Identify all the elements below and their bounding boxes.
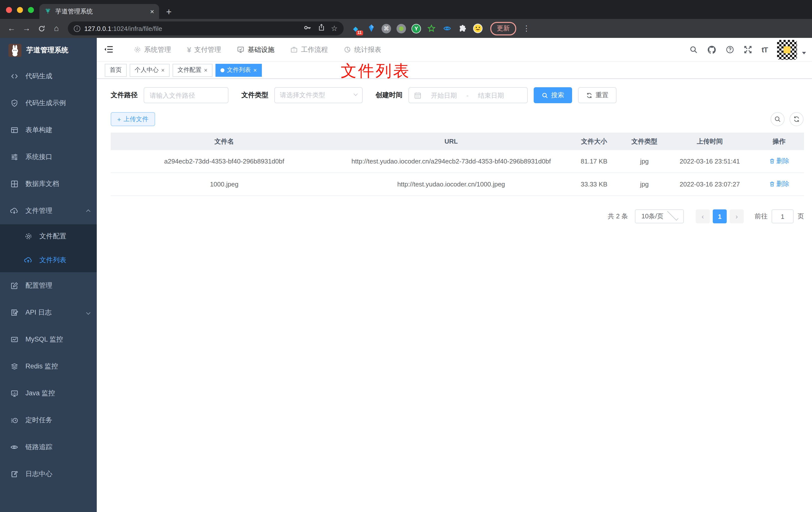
window-minimize-button[interactable] <box>17 7 23 13</box>
tag-home[interactable]: 首页 <box>105 64 127 77</box>
timer-icon <box>10 416 19 424</box>
sidebar-logo[interactable]: 芋道管理系统 <box>0 38 97 63</box>
sidebar-item-api-log[interactable]: API 日志 <box>0 299 97 326</box>
cell-size: 33.33 KB <box>564 173 624 196</box>
close-icon[interactable]: × <box>253 66 257 73</box>
sidebar-item-redis[interactable]: Redis 监控 <box>0 353 97 380</box>
col-header-url: URL <box>338 132 564 150</box>
sidebar-item-trace[interactable]: 链路追踪 <box>0 434 97 461</box>
sidebar-item-db-doc[interactable]: 数据库文档 <box>0 171 97 198</box>
extensions-puzzle-icon[interactable] <box>457 24 467 33</box>
search-icon[interactable] <box>689 46 698 54</box>
search-button[interactable]: 搜索 <box>534 87 572 103</box>
info-icon[interactable]: i <box>74 25 80 32</box>
sidebar-item-system-api[interactable]: 系统接口 <box>0 144 97 171</box>
show-search-icon[interactable] <box>771 112 785 126</box>
reset-button[interactable]: 重置 <box>578 87 616 103</box>
cell-type: jpg <box>624 150 665 173</box>
sidebar-item-file-config[interactable]: 文件配置 <box>0 224 97 248</box>
sidebar-item-file-manage[interactable]: 文件管理 <box>0 198 97 224</box>
window-close-button[interactable] <box>6 7 12 13</box>
tag-file-list[interactable]: 文件列表 × <box>215 64 262 77</box>
goto-page-input[interactable] <box>772 210 793 223</box>
page-number-active[interactable]: 1 <box>713 210 727 223</box>
prev-page-button[interactable]: ‹ <box>696 210 710 223</box>
file-path-input[interactable] <box>144 87 228 103</box>
browser-tabstrip: 芋道管理系统 × + <box>0 0 812 19</box>
start-date-input[interactable] <box>425 91 463 99</box>
caret-down-icon[interactable] <box>802 52 806 54</box>
sidebar-item-code-gen[interactable]: 代码生成 <box>0 63 97 90</box>
password-key-icon[interactable] <box>303 23 312 34</box>
total-count: 共 2 条 <box>608 212 628 221</box>
sidebar-item-mysql[interactable]: MySQL 监控 <box>0 326 97 353</box>
tag-file-config[interactable]: 文件配置 × <box>173 64 212 77</box>
monitor-icon <box>10 389 19 398</box>
top-menu-infra[interactable]: 基础设施 <box>231 38 281 62</box>
next-page-button[interactable]: › <box>730 210 744 223</box>
font-size-icon[interactable]: tT <box>762 46 767 54</box>
extension-pin-icon[interactable] <box>366 24 376 33</box>
sidebar-item-log-center[interactable]: 日志中心 <box>0 461 97 488</box>
forward-icon[interactable]: → <box>20 22 33 35</box>
extension-dot-icon[interactable] <box>397 24 406 33</box>
github-icon[interactable] <box>707 45 716 54</box>
browser-tab[interactable]: 芋道管理系统 × <box>39 4 159 19</box>
chevron-down-icon <box>86 310 90 315</box>
delete-button[interactable]: 删除 <box>769 155 789 166</box>
close-icon[interactable]: × <box>161 66 165 73</box>
table-tools <box>771 112 804 126</box>
sidebar-item-config-manage[interactable]: 配置管理 <box>0 272 97 299</box>
top-menu-workflow[interactable]: 工作流程 <box>285 38 334 62</box>
back-icon[interactable]: ← <box>5 22 18 35</box>
extension-y-icon[interactable]: Y <box>411 24 421 33</box>
share-icon[interactable] <box>317 24 325 33</box>
extension-cmd-icon[interactable]: ⌘ <box>382 24 391 33</box>
top-menu-pay[interactable]: ¥ 支付管理 <box>181 38 227 62</box>
extension-diamond-icon[interactable]: ◆ 11 <box>351 24 360 33</box>
cell-type: jpg <box>624 173 665 196</box>
bookmark-star-icon[interactable]: ☆ <box>331 24 338 33</box>
close-icon[interactable]: × <box>204 66 207 73</box>
sidebar-item-java[interactable]: Java 监控 <box>0 380 97 407</box>
table-toolbar: + 上传文件 <box>111 112 804 126</box>
end-date-input[interactable] <box>472 91 511 99</box>
new-tab-button[interactable]: + <box>166 7 172 17</box>
home-icon[interactable]: ⌂ <box>50 22 63 35</box>
window-zoom-button[interactable] <box>28 7 34 13</box>
refresh-icon[interactable] <box>789 112 804 126</box>
help-icon[interactable] <box>726 46 734 54</box>
tag-profile[interactable]: 个人中心 × <box>130 64 170 77</box>
browser-update-button[interactable]: 更新 <box>490 22 516 35</box>
delete-button[interactable]: 删除 <box>769 179 789 189</box>
sidebar-fold-icon[interactable] <box>104 44 115 55</box>
extension-star-icon[interactable] <box>427 24 436 33</box>
sidebar-item-form-builder[interactable]: 表单构建 <box>0 117 97 144</box>
profile-avatar-icon[interactable] <box>473 24 483 33</box>
date-range-picker[interactable]: - <box>408 87 528 103</box>
reload-icon[interactable] <box>35 22 48 35</box>
sliders-icon <box>10 153 19 161</box>
top-menu-system[interactable]: 系统管理 <box>128 38 177 62</box>
sidebar: 芋道管理系统 代码生成 代码生成示例 表单构建 <box>0 38 97 512</box>
browser-menu-icon[interactable]: ⋮ <box>523 24 530 33</box>
upload-file-button[interactable]: + 上传文件 <box>111 112 155 126</box>
gear-icon <box>134 46 141 53</box>
date-separator: - <box>466 91 469 99</box>
page-size-select[interactable]: 10条/页 <box>635 210 684 223</box>
top-menu-report[interactable]: 统计报表 <box>338 38 387 62</box>
sidebar-item-cron[interactable]: 定时任务 <box>0 407 97 434</box>
avatar[interactable] <box>777 40 797 60</box>
sidebar-item-file-list[interactable]: 文件列表 <box>0 248 97 272</box>
extension-eye-icon[interactable] <box>442 24 452 33</box>
table-row: 1000.jpeg http://test.yudao.iocoder.cn/1… <box>111 173 804 196</box>
omnibox-actions: ☆ <box>303 23 338 34</box>
col-header-size: 文件大小 <box>564 132 624 150</box>
cell-filename: 1000.jpeg <box>111 173 338 196</box>
file-table: 文件名 URL 文件大小 文件类型 上传时间 操作 a294ecb2-73dd-… <box>111 132 804 196</box>
tab-close-icon[interactable]: × <box>150 7 154 16</box>
sidebar-item-code-demo[interactable]: 代码生成示例 <box>0 90 97 117</box>
fullscreen-icon[interactable] <box>744 46 752 54</box>
file-type-select[interactable]: 请选择文件类型 <box>274 87 362 103</box>
address-bar[interactable]: i 127.0.0.1:1024/infra/file/file ☆ <box>68 22 344 35</box>
